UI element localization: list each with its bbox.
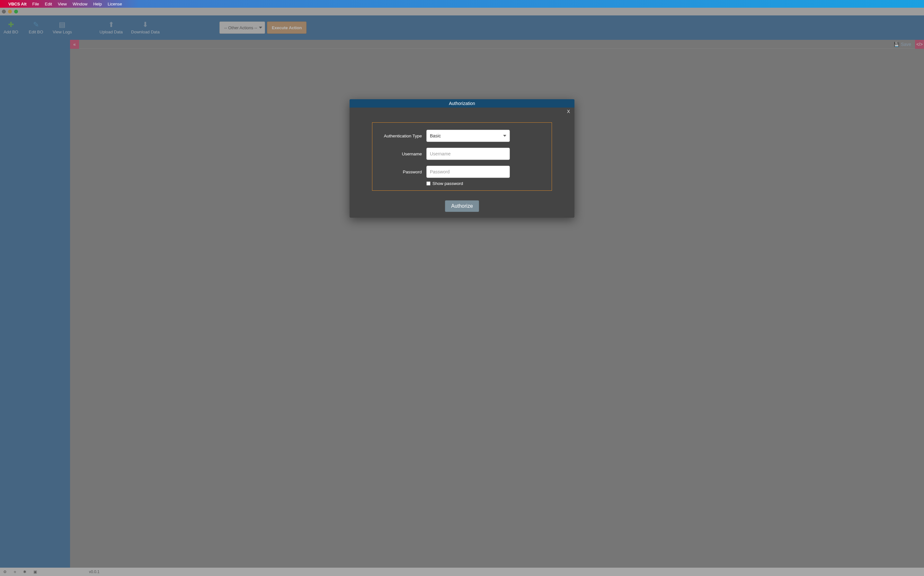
username-input[interactable] <box>426 148 510 160</box>
mac-menubar: VBCS Alt File Edit View Window Help Lice… <box>0 0 924 8</box>
menu-license[interactable]: License <box>107 2 122 6</box>
show-password-label: Show password <box>432 181 463 186</box>
auth-type-label: Authentication Type <box>379 134 426 138</box>
authorization-dialog: Authorization X Authentication Type Basi… <box>350 99 574 218</box>
menu-help[interactable]: Help <box>93 2 102 6</box>
menu-file[interactable]: File <box>32 2 39 6</box>
show-password-checkbox[interactable] <box>426 181 430 186</box>
authorize-button[interactable]: Authorize <box>445 200 479 212</box>
menu-edit[interactable]: Edit <box>45 2 52 6</box>
password-input[interactable] <box>426 166 510 178</box>
app-window: ✚ Add BO ✎ Edit BO ▤ View Logs ⬆ Upload … <box>0 8 924 576</box>
menu-window[interactable]: Window <box>72 2 87 6</box>
app-name[interactable]: VBCS Alt <box>8 2 27 6</box>
menu-view[interactable]: View <box>58 2 67 6</box>
dialog-close-button[interactable]: X <box>567 109 570 114</box>
auth-type-select[interactable]: Basic <box>426 130 510 142</box>
username-label: Username <box>379 152 426 156</box>
modal-backdrop <box>0 8 924 576</box>
password-label: Password <box>379 170 426 174</box>
auth-form: Authentication Type Basic Username Passw… <box>372 122 552 191</box>
dialog-title: Authorization <box>350 99 574 107</box>
